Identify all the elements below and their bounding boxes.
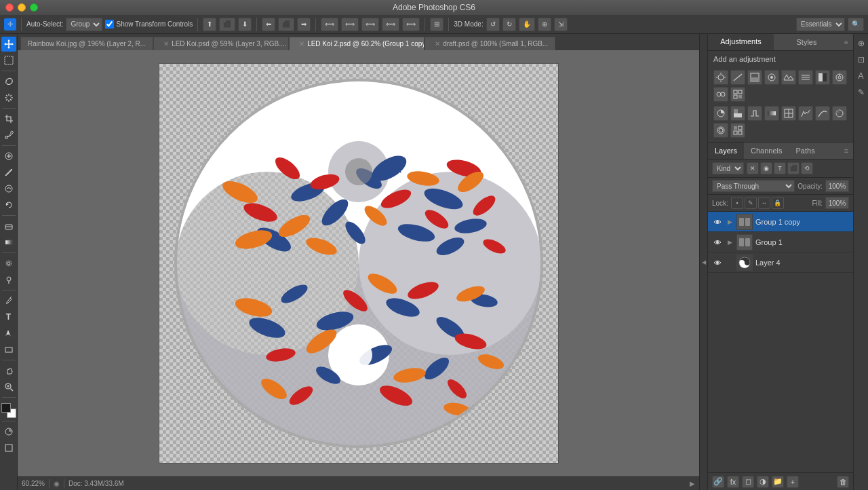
timeline-play[interactable]: ▶ [690,480,695,487]
proof-icon[interactable]: ◉ [54,480,60,487]
panel-tool-4[interactable]: ✎ [854,86,868,99]
tab-close-draft[interactable]: ✕ [435,40,440,48]
panel-collapse-bar[interactable]: ◀ [699,34,707,490]
hand-tool[interactable] [1,363,16,378]
path-select-tool[interactable] [1,326,16,341]
layer-eye-group1copy[interactable] [712,216,723,227]
align-left[interactable]: ⬅ [262,18,275,31]
3d-scale[interactable]: ⇲ [554,18,568,31]
magic-wand-tool[interactable] [1,90,16,105]
adj-posterize[interactable] [730,106,745,121]
blend-mode-select[interactable]: Pass Through [712,180,795,192]
eyedropper-tool[interactable] [1,128,16,143]
panel-tool-2[interactable]: ⊡ [854,53,868,67]
adj-channel-mixer[interactable] [713,87,728,102]
window-controls[interactable] [5,3,38,12]
filter-adjustment[interactable]: ◉ [760,162,772,174]
align-hcenter[interactable]: ⬛ [278,18,294,31]
pen-tool[interactable] [1,293,16,308]
adj-gradient-map[interactable] [764,106,779,121]
history-brush-tool[interactable] [1,197,16,212]
tab-adjustments[interactable]: Adjustments [708,34,774,50]
blur-tool[interactable] [1,256,16,271]
delete-layer-btn[interactable]: 🗑 [837,476,849,488]
opacity-input[interactable] [825,180,849,192]
tab-led-koi2[interactable]: ✕ LED Koi 2.psd @ 60.2% (Group 1 copy, R… [289,37,425,50]
adj-exposure[interactable] [747,70,762,85]
tab-draft[interactable]: ✕ draft.psd @ 100% (Small 1, RGB... [425,37,555,50]
filter-smart[interactable]: ⟲ [801,162,813,174]
filter-shape[interactable]: ⬛ [787,162,800,174]
filter-pixel[interactable]: ✕ [747,162,759,174]
healing-tool[interactable] [1,149,16,164]
dodge-tool[interactable] [1,272,16,287]
shape-tool[interactable] [1,342,16,357]
maximize-button[interactable] [30,3,38,12]
panel-options-btn[interactable]: ≡ [840,34,853,50]
type-tool[interactable]: T [1,309,16,324]
3d-pan[interactable]: ✋ [519,18,535,31]
link-layers-btn[interactable]: 🔗 [712,476,724,488]
foreground-color[interactable] [1,403,11,413]
tab-layers[interactable]: Layers [708,143,744,159]
screen-mode-tool[interactable] [1,440,16,455]
adj-brightness[interactable] [713,70,728,85]
layers-panel-collapse[interactable]: ≡ [840,143,853,159]
adj-curves[interactable] [730,70,745,85]
lock-artboard[interactable]: ↔ [758,197,770,209]
auto-select-dropdown[interactable]: Group Layer [66,18,102,31]
panel-tool-3[interactable]: A [854,69,868,83]
tab-paths[interactable]: Paths [789,143,822,159]
layer-layer4[interactable]: Layer 4 [708,252,853,273]
crop-tool[interactable] [1,111,16,126]
new-group-btn[interactable]: 📁 [772,476,784,488]
fill-input[interactable] [825,197,849,209]
lock-position[interactable]: ✎ [745,197,757,209]
lock-all[interactable]: 🔒 [772,197,784,209]
adj-threshold[interactable] [747,106,762,121]
brush-tool[interactable] [1,165,16,180]
3d-rotate[interactable]: ↺ [486,18,500,31]
workspace-dropdown[interactable]: Essentials [796,18,845,31]
panel-tool-1[interactable]: ⊕ [854,37,868,50]
tab-close-led-koi2[interactable]: ✕ [299,40,304,48]
distribute4[interactable]: ⟺ [382,18,399,31]
adj-levels[interactable] [798,106,813,121]
align-right[interactable]: ➡ [297,18,311,31]
layer-eye-layer4[interactable] [712,257,723,268]
adj-black-white[interactable] [815,70,830,85]
adj-saturation[interactable] [713,123,728,138]
adj-photo-filter[interactable] [832,70,847,85]
filter-type[interactable]: T [774,162,786,174]
move-tool-indicator[interactable]: ✛ [4,18,16,31]
distribute2[interactable]: ⟺ [341,18,359,31]
distribute3[interactable]: ⟺ [361,18,379,31]
layer-expand-group1[interactable]: ▶ [726,238,734,246]
zoom-tool[interactable] [1,379,16,394]
layer-expand-group1copy[interactable]: ▶ [726,218,734,226]
adj-invert[interactable] [713,106,728,121]
tab-led-koi[interactable]: ✕ LED Koi.psd @ 59% (Layer 3, RGB.... [153,37,289,50]
eraser-tool[interactable] [1,219,16,233]
marquee-tool[interactable] [1,53,16,68]
close-button[interactable] [5,3,14,12]
adj-vibrance[interactable] [764,70,779,85]
auto-align[interactable]: ⊞ [430,18,443,31]
tab-rainbow-koi[interactable]: Rainbow Koi.jpg @ 196% (Layer 2, R... [20,37,153,50]
3d-slide[interactable]: ⊕ [538,18,551,31]
adj-selective-color[interactable] [781,106,796,121]
workspace-search[interactable]: 🔍 [848,18,864,31]
adj-selective2[interactable] [730,123,745,138]
tab-channels[interactable]: Channels [744,143,789,159]
adj-color-lookup[interactable] [730,87,745,102]
move-tool[interactable] [1,37,16,52]
tab-close-led-koi[interactable]: ✕ [163,40,169,48]
tab-styles[interactable]: Styles [774,34,840,50]
show-transform-checkbox[interactable]: Show Transform Controls [105,20,193,29]
layer-group1copy[interactable]: ▶ Group 1 copy [708,212,853,232]
distribute1[interactable]: ⟺ [321,18,338,31]
add-layer-mask-btn[interactable]: ◻ [742,476,754,488]
minimize-button[interactable] [18,3,26,12]
layer-group1[interactable]: ▶ Group 1 [708,232,853,252]
layer-eye-group1[interactable] [712,237,723,248]
